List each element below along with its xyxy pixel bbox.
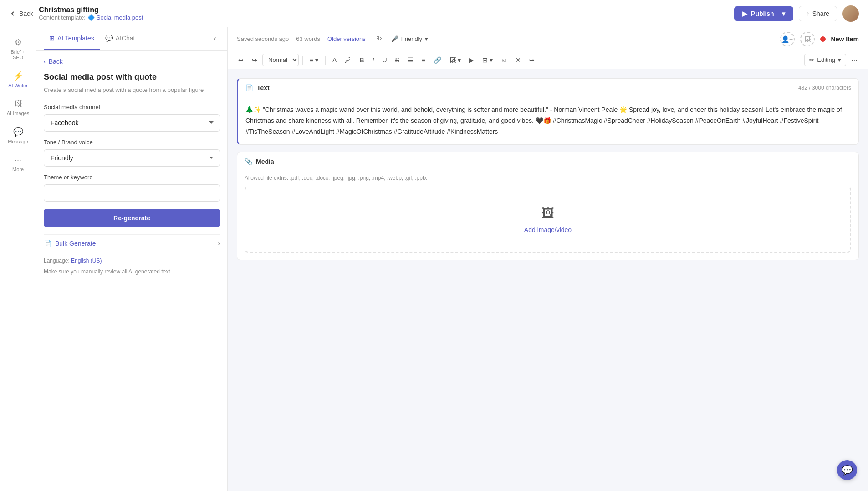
separator-1 [302,56,303,65]
page-title: Christmas gifting [39,6,143,14]
share-icon: ↑ [807,10,810,17]
chat-bubble-icon: 💬 [842,465,853,476]
publish-button[interactable]: ▶ Publish ▾ [734,6,793,21]
tone-label: Tone / Brand voice [44,139,220,146]
format-select[interactable]: Normal [262,54,299,66]
paperclip-icon: 📎 [245,158,252,165]
avatar[interactable] [842,5,859,22]
editor-content: 📄 Text 482 / 3000 characters 🌲✨ "Christm… [228,69,868,491]
link-button[interactable]: 🔗 [430,54,444,66]
undo-button[interactable]: ↩ [235,54,247,66]
ai-note: Make sure you manually review all AI gen… [44,268,220,276]
content-template: Content template: 🔷 Social media post [39,14,143,21]
add-image-video-link[interactable]: Add image/video [524,226,572,233]
numbered-button[interactable]: ≡ [419,54,429,66]
brief-seo-icon: ⚙ [15,37,22,47]
language-link[interactable]: English (US) [71,258,102,264]
italic-button[interactable]: I [369,54,378,66]
tab-aichat[interactable]: 💬 AIChat [100,27,141,50]
left-sidebar: ⚙ Brief + SEO ⚡ AI Writer 🖼 AI Images 💬 … [0,27,36,491]
bullet-button[interactable]: ☰ [404,54,417,66]
new-item-button[interactable]: New Item [831,35,859,43]
publish-chevron: ▾ [778,10,785,17]
regenerate-button[interactable]: Re-generate [44,209,220,227]
share-button[interactable]: ↑ Share [799,6,837,21]
bold-button[interactable]: B [356,54,367,66]
status-dot [820,36,826,42]
word-count: 63 words [296,35,320,42]
language-info: Language: English (US) [44,258,220,264]
social-channel-select[interactable]: Facebook Twitter Instagram LinkedIn [44,114,220,132]
template-link[interactable]: Social media post [97,14,143,21]
add-user-icon-button[interactable]: 👤+ [780,32,795,46]
highlight-button[interactable]: 🖊 [342,54,354,66]
media-upload-area[interactable]: 🖼 Add image/video [245,187,851,253]
bulk-generate-icon: 📄 [44,240,51,247]
panel-tabs: ⊞ AI Templates 💬 AIChat ‹ [36,27,227,51]
panel: ⊞ AI Templates 💬 AIChat ‹ ‹ Back Social … [36,27,228,491]
ai-templates-tab-icon: ⊞ [49,35,55,42]
underline-button[interactable]: U [379,54,390,66]
sidebar-item-more[interactable]: ··· More [2,151,34,177]
media-allowed-types: Allowed file extns: .pdf, .doc, .docx, .… [245,175,851,181]
more-options-button[interactable]: ⋯ [848,54,861,66]
main-layout: ⚙ Brief + SEO ⚡ AI Writer 🖼 AI Images 💬 … [0,27,868,491]
template-back-link[interactable]: ‹ Back [44,58,220,65]
more-icon: ··· [15,155,21,165]
message-icon: 💬 [13,127,23,137]
collapse-panel-button[interactable]: ‹ [210,27,220,50]
theme-input[interactable]: Christmas cheer [44,184,220,202]
separator-2 [325,56,326,65]
table-button[interactable]: ⊞ ▾ [479,54,496,66]
editor-toolbar: ↩ ↪ Normal ≡ ▾ A 🖊 B I U S ☰ ≡ 🔗 🖼 ▾ ▶ ⊞… [228,51,868,69]
editor-header: Saved seconds ago 63 words Older version… [228,27,868,51]
bulk-generate-row[interactable]: 📄 Bulk Generate › [44,234,220,252]
back-arrow-icon: ‹ [44,58,46,65]
microphone-icon: 🎤 [391,35,398,42]
pencil-icon: ✏ [809,56,814,63]
template-title: Social media post with quote [44,72,220,82]
tone-selector[interactable]: 🎤 Friendly ▾ [391,35,428,42]
text-card-header: 📄 Text 482 / 3000 characters [238,79,858,97]
image-placeholder-button[interactable]: 🖼 [800,32,815,46]
tone-select[interactable]: Friendly Professional Casual Formal [44,149,220,167]
template-desc: Create a social media post with a quote … [44,86,220,95]
visibility-button[interactable]: 👁 [373,33,384,45]
social-channel-label: Social media channel [44,104,220,111]
chat-bubble-button[interactable]: 💬 [837,460,857,480]
text-color-button[interactable]: A [329,54,340,66]
social-channel-group: Social media channel Facebook Twitter In… [44,104,220,132]
top-bar-right: ▶ Publish ▾ ↑ Share [734,5,859,22]
media-card-header: 📎 Media [237,152,858,171]
older-versions-link[interactable]: Older versions [327,35,366,42]
aichat-tab-icon: 💬 [105,35,113,42]
sidebar-item-brief-seo[interactable]: ⚙ Brief + SEO [2,33,34,65]
sidebar-item-ai-writer[interactable]: ⚡ AI Writer [2,66,34,93]
indent-button[interactable]: ↦ [526,54,538,66]
emoji-button[interactable]: ☺ [498,54,511,66]
text-section-icon: 📄 [245,84,253,91]
media-content-card: 📎 Media Allowed file extns: .pdf, .doc, … [237,152,859,260]
saved-status: Saved seconds ago [237,35,289,42]
play-button[interactable]: ▶ [466,54,477,66]
text-content-card: 📄 Text 482 / 3000 characters 🌲✨ "Christm… [237,78,859,145]
sidebar-item-ai-images[interactable]: 🖼 AI Images [2,95,34,121]
theme-group: Theme or keyword Christmas cheer [44,174,220,202]
tab-ai-templates[interactable]: ⊞ AI Templates [44,27,100,50]
sidebar-item-message[interactable]: 💬 Message [2,122,34,149]
back-button[interactable]: Back [9,10,33,17]
image-button[interactable]: 🖼 ▾ [446,54,464,66]
publish-icon: ▶ [742,10,747,17]
content-text[interactable]: 🌲✨ "Christmas waves a magic wand over th… [245,105,851,137]
align-button[interactable]: ≡ ▾ [306,54,322,66]
top-bar: Back Christmas gifting Content template:… [0,0,868,27]
strikethrough-button[interactable]: S [392,54,403,66]
tone-group: Tone / Brand voice Friendly Professional… [44,139,220,167]
tone-chevron-icon: ▾ [425,35,428,42]
panel-content: ‹ Back Social media post with quote Crea… [36,51,227,491]
clear-format-button[interactable]: ✕ [512,54,524,66]
editing-mode-button[interactable]: ✏ Editing ▾ [804,54,846,66]
redo-button[interactable]: ↪ [249,54,260,66]
bulk-generate-arrow: › [218,239,220,248]
upload-image-icon: 🖼 [541,206,554,221]
